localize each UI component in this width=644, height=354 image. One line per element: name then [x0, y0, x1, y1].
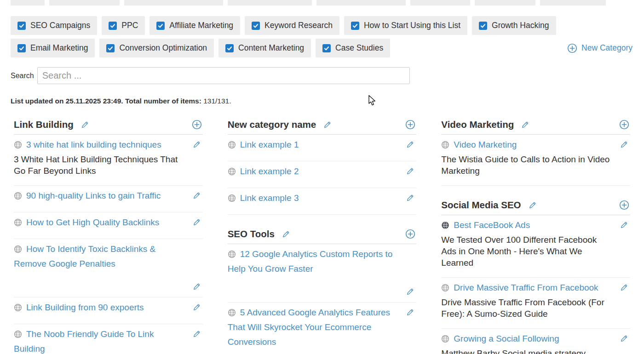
filter-chip[interactable]: Keyword Research	[245, 16, 339, 35]
bookmark-link[interactable]: Drive Massive Traffic From Facebook	[454, 283, 598, 292]
link-line: Link example 2	[228, 164, 399, 179]
globe-favicon-icon	[441, 284, 449, 292]
link-line: Video Marketing	[441, 137, 613, 152]
filter-chip[interactable]: PPC	[102, 16, 145, 35]
link-line: The Noob Friendly Guide To Link Building	[14, 327, 185, 354]
checkbox-checked-icon[interactable]	[252, 22, 260, 30]
filter-chip[interactable]: Conversion Optimization	[99, 39, 214, 57]
edit-category-icon[interactable]	[521, 121, 529, 129]
cutoff-filter-chip[interactable]	[228, 0, 312, 6]
cutoff-filter-chip[interactable]	[410, 0, 470, 6]
filter-chip[interactable]: How to Start Using this List	[344, 16, 467, 35]
bookmark-link[interactable]: Link example 3	[240, 193, 299, 203]
checkbox-checked-icon[interactable]	[106, 44, 115, 52]
status-bold-text: List updated on 25.11.2025 23:49. Total …	[11, 97, 201, 105]
search-input[interactable]	[37, 67, 410, 84]
checkbox-checked-icon[interactable]	[479, 22, 487, 30]
cutoff-filter-chip[interactable]	[540, 0, 606, 6]
checkbox-checked-icon[interactable]	[17, 22, 26, 30]
add-link-icon[interactable]	[405, 229, 415, 239]
edit-link-icon[interactable]	[620, 141, 628, 148]
globe-favicon-icon	[14, 218, 22, 227]
cutoff-filter-chip[interactable]	[11, 0, 45, 6]
filter-chip-label: Affiliate Marketing	[169, 21, 233, 30]
filter-chip[interactable]: Content Marketing	[218, 39, 311, 57]
cutoff-filter-chip[interactable]	[475, 0, 535, 6]
filter-chip[interactable]: Case Studies	[316, 39, 390, 57]
site-favicon-icon	[441, 221, 449, 229]
bookmark-link[interactable]: 3 white hat link building techniques	[26, 140, 161, 149]
edit-link-icon[interactable]	[193, 303, 201, 311]
add-link-icon[interactable]	[619, 200, 629, 210]
edit-link-icon[interactable]	[620, 284, 628, 291]
globe-favicon-icon	[14, 192, 22, 200]
edit-link-icon[interactable]	[193, 141, 201, 148]
edit-link-icon[interactable]	[406, 194, 414, 202]
globe-favicon-icon	[228, 194, 236, 202]
bookmark-link[interactable]: 90 high-quality Links to gain Traffic	[26, 191, 161, 200]
category-header: New category name	[228, 119, 417, 135]
cutoff-filter-chip[interactable]	[316, 0, 406, 6]
category-column: Video Marketing Video Marketing The Wist…	[441, 119, 630, 354]
category-section: Social Media SEO Best FaceBook Ads We Te…	[441, 200, 630, 354]
checkbox-checked-icon[interactable]	[322, 44, 331, 52]
edit-link-icon[interactable]	[193, 330, 201, 338]
category-items: 3 white hat link building techniques 3 W…	[14, 135, 203, 354]
bookmark-link[interactable]: 12 Google Analytics Custom Reports to He…	[228, 249, 393, 274]
edit-link-icon[interactable]	[193, 192, 201, 200]
new-category-button[interactable]: New Category	[567, 43, 633, 53]
bookmark-link[interactable]: Link example 2	[240, 166, 299, 176]
globe-favicon-icon	[441, 141, 449, 149]
filter-chip[interactable]: Affiliate Marketing	[150, 16, 240, 35]
globe-favicon-icon	[228, 141, 236, 149]
bookmark-link[interactable]: The Noob Friendly Guide To Link Building	[14, 329, 154, 354]
filter-chip-label: Email Marketing	[30, 43, 88, 53]
cutoff-filter-chip[interactable]	[124, 0, 223, 6]
checkbox-checked-icon[interactable]	[351, 22, 359, 30]
edit-category-icon[interactable]	[529, 201, 536, 209]
filter-row-1: SEO Campaigns PPC Affiliate Marketing Ke…	[11, 16, 633, 35]
edit-category-icon[interactable]	[323, 121, 331, 129]
filter-chip-label: Growth Hacking	[492, 21, 549, 30]
link-line: 3 white hat link building techniques	[14, 137, 185, 152]
filter-chip[interactable]: SEO Campaigns	[11, 16, 97, 35]
cutoff-filter-chip[interactable]	[49, 0, 120, 6]
link-item: Video Marketing The Wistia Guide to Call…	[441, 135, 630, 186]
add-link-icon[interactable]	[405, 120, 415, 130]
checkbox-checked-icon[interactable]	[17, 44, 26, 52]
bookmark-link[interactable]: How to Get High Quality Backlinks	[26, 217, 159, 227]
checkbox-checked-icon[interactable]	[109, 22, 117, 30]
add-link-icon[interactable]	[619, 120, 629, 130]
bookmark-link[interactable]: Link Building from 90 expoerts	[26, 303, 144, 312]
top-cutoff-row	[11, 0, 633, 6]
bookmark-link[interactable]: Best FaceBook Ads	[454, 220, 530, 230]
edit-link-icon[interactable]	[620, 221, 628, 229]
bookmark-link[interactable]: How To Identify Toxic Backlinks & Remove…	[14, 244, 155, 268]
bookmark-link[interactable]: Video Marketing	[454, 140, 517, 149]
filter-chip-label: Case Studies	[335, 43, 383, 53]
edit-category-icon[interactable]	[282, 230, 290, 238]
edit-link-icon[interactable]	[406, 141, 414, 148]
checkbox-checked-icon[interactable]	[156, 22, 165, 30]
filter-row-2: Email Marketing Conversion Optimization …	[11, 39, 633, 57]
filter-chip[interactable]: Email Marketing	[11, 39, 95, 57]
edit-link-icon[interactable]	[406, 288, 414, 296]
filter-chip[interactable]: Growth Hacking	[472, 16, 556, 35]
edit-link-icon[interactable]	[193, 283, 201, 291]
add-link-icon[interactable]	[192, 120, 202, 130]
link-line: How To Identify Toxic Backlinks & Remove…	[14, 242, 185, 271]
bookmark-link[interactable]: Growing a Social Following	[454, 334, 559, 343]
filter-chip-label: PPC	[121, 21, 138, 30]
bookmark-link[interactable]: 5 Advanced Google Analytics Features Tha…	[228, 308, 390, 347]
edit-link-icon[interactable]	[406, 167, 414, 175]
globe-favicon-icon	[14, 330, 22, 338]
link-line: 5 Advanced Google Analytics Features Tha…	[228, 305, 399, 349]
edit-link-icon[interactable]	[620, 335, 628, 343]
filter-chip-label: Conversion Optimization	[119, 43, 207, 53]
edit-link-icon[interactable]	[406, 308, 414, 316]
edit-category-icon[interactable]	[81, 121, 89, 129]
checkbox-checked-icon[interactable]	[225, 44, 234, 52]
bookmark-link[interactable]: Link example 1	[240, 140, 299, 149]
link-line: How to Get High Quality Backlinks	[14, 215, 185, 230]
edit-link-icon[interactable]	[193, 218, 201, 226]
